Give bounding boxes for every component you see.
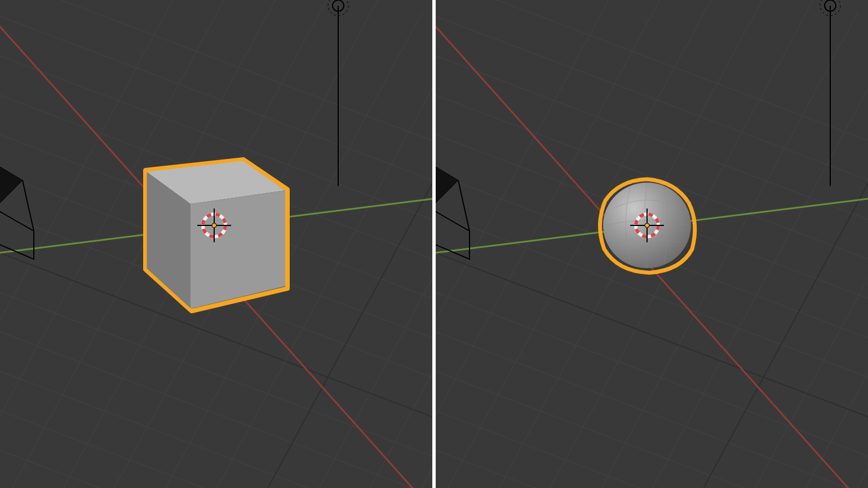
svg-point-66 [645,223,649,228]
viewport-right-svg [436,0,868,488]
svg-line-56 [639,34,868,488]
split-container [0,0,868,488]
lamp-widget[interactable] [820,0,840,186]
svg-line-0 [0,0,432,169]
svg-line-42 [436,361,868,488]
svg-line-33 [436,0,868,169]
svg-line-54 [774,68,868,488]
svg-line-8 [0,321,432,488]
viewport-right[interactable] [436,0,868,488]
svg-line-7 [0,282,432,485]
svg-line-27 [23,180,34,231]
svg-line-44 [436,440,868,488]
svg-line-21 [338,68,432,488]
svg-line-60 [458,180,470,231]
svg-line-9 [0,361,432,488]
svg-point-32 [212,223,216,228]
viewport-left-svg [0,0,432,488]
svg-line-11 [0,440,432,488]
camera-widget[interactable] [0,163,34,259]
svg-line-50 [548,11,858,488]
svg-line-40 [436,282,868,485]
svg-line-41 [436,321,868,488]
viewport-left[interactable] [0,0,432,488]
lamp-widget[interactable] [328,0,348,186]
camera-widget[interactable] [436,163,470,259]
